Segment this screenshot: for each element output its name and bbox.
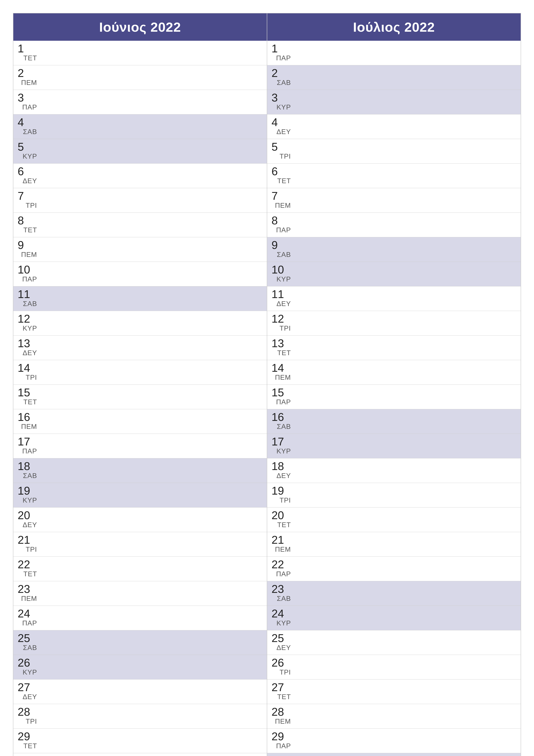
day-number: 14 bbox=[18, 362, 37, 373]
day-number: 27 bbox=[18, 682, 37, 693]
july-day-row-5: 5 ΤΡΙ bbox=[267, 139, 521, 164]
june-day-row-2: 2 ΠΕΜ bbox=[13, 65, 267, 90]
day-number: 5 bbox=[271, 141, 291, 152]
day-number: 15 bbox=[18, 387, 37, 398]
june-day-row-13: 13 ΔΕΥ bbox=[13, 336, 267, 360]
calendar-wrapper: Ιούνιος 2022 Ιούλιος 2022 1 ΤΕΤ 2 ΠΕΜ 3 … bbox=[13, 13, 521, 756]
day-name: ΠΑΡ bbox=[276, 742, 291, 751]
day-number: 15 bbox=[271, 387, 291, 398]
day-name: ΤΕΤ bbox=[23, 226, 37, 235]
june-header: Ιούνιος 2022 bbox=[13, 14, 267, 41]
day-name: ΠΕΜ bbox=[275, 202, 291, 210]
days-container: 1 ΤΕΤ 2 ΠΕΜ 3 ΠΑΡ 4 ΣΑΒ 5 ΚΥΡ 6 ΔΕΥ 7 ΤΡ… bbox=[13, 41, 521, 756]
day-name: ΤΕΤ bbox=[277, 177, 291, 186]
day-name: ΠΕΜ bbox=[21, 251, 37, 259]
day-name: ΣΑΒ bbox=[277, 422, 291, 431]
june-day-row-22: 22 ΤΕΤ bbox=[13, 557, 267, 581]
july-day-row-3: 3 ΚΥΡ bbox=[267, 90, 521, 115]
day-number: 21 bbox=[18, 534, 37, 546]
july-day-row-29: 29 ΠΑΡ bbox=[267, 729, 521, 753]
day-number: 22 bbox=[18, 559, 37, 570]
july-day-row-4: 4 ΔΕΥ bbox=[267, 115, 521, 139]
day-number: 12 bbox=[18, 313, 37, 324]
day-number: 20 bbox=[271, 510, 291, 521]
day-number: 25 bbox=[18, 633, 37, 644]
day-name: ΚΥΡ bbox=[276, 619, 291, 628]
june-days-column: 1 ΤΕΤ 2 ΠΕΜ 3 ΠΑΡ 4 ΣΑΒ 5 ΚΥΡ 6 ΔΕΥ 7 ΤΡ… bbox=[13, 41, 267, 756]
july-day-row-27: 27 ΤΕΤ bbox=[267, 680, 521, 704]
day-number: 20 bbox=[18, 510, 37, 521]
day-name: ΔΕΥ bbox=[23, 349, 37, 358]
day-number: 5 bbox=[18, 141, 37, 152]
june-day-row-8: 8 ΤΕΤ bbox=[13, 213, 267, 237]
day-name: ΠΕΜ bbox=[21, 79, 37, 88]
day-name: ΚΥΡ bbox=[23, 496, 37, 505]
day-number: 3 bbox=[271, 92, 291, 103]
day-number: 24 bbox=[18, 608, 37, 619]
day-name: ΠΑΡ bbox=[22, 275, 37, 284]
day-number: 26 bbox=[271, 657, 291, 668]
day-name: ΠΑΡ bbox=[22, 103, 37, 112]
day-name: ΠΕΜ bbox=[21, 422, 37, 431]
june-day-row-9: 9 ΠΕΜ bbox=[13, 237, 267, 262]
july-day-row-17: 17 ΚΥΡ bbox=[267, 434, 521, 458]
day-number: 29 bbox=[271, 731, 291, 742]
july-day-row-30: 30 ΣΑΒ bbox=[267, 753, 521, 756]
july-day-row-6: 6 ΤΕΤ bbox=[267, 164, 521, 188]
day-name: ΣΑΒ bbox=[23, 128, 37, 137]
july-day-row-25: 25 ΔΕΥ bbox=[267, 630, 521, 655]
day-name: ΤΕΤ bbox=[23, 742, 37, 751]
day-name: ΔΕΥ bbox=[23, 177, 37, 186]
day-number: 19 bbox=[271, 485, 291, 496]
day-name: ΠΑΡ bbox=[22, 619, 37, 628]
july-day-row-14: 14 ΠΕΜ bbox=[267, 360, 521, 385]
day-name: ΚΥΡ bbox=[23, 152, 37, 161]
july-day-row-16: 16 ΣΑΒ bbox=[267, 409, 521, 434]
day-number: 25 bbox=[271, 633, 291, 644]
day-number: 24 bbox=[271, 608, 291, 619]
day-number: 26 bbox=[18, 657, 37, 668]
day-number: 16 bbox=[271, 411, 291, 422]
day-number: 17 bbox=[18, 436, 37, 447]
day-name: ΤΕΤ bbox=[23, 570, 37, 579]
day-number: 14 bbox=[271, 362, 291, 373]
day-name: ΠΑΡ bbox=[276, 570, 291, 579]
day-number: 6 bbox=[271, 166, 291, 177]
day-name: ΔΕΥ bbox=[276, 644, 291, 653]
june-day-row-6: 6 ΔΕΥ bbox=[13, 164, 267, 188]
day-number: 7 bbox=[18, 190, 37, 202]
july-day-row-28: 28 ΠΕΜ bbox=[267, 704, 521, 729]
day-name: ΤΡΙ bbox=[279, 668, 291, 677]
day-name: ΣΑΒ bbox=[23, 472, 37, 481]
day-number: 13 bbox=[271, 338, 291, 349]
july-day-row-22: 22 ΠΑΡ bbox=[267, 557, 521, 581]
july-day-row-19: 19 ΤΡΙ bbox=[267, 483, 521, 507]
july-day-row-12: 12 ΤΡΙ bbox=[267, 311, 521, 336]
july-day-row-10: 10 ΚΥΡ bbox=[267, 262, 521, 286]
day-name: ΔΕΥ bbox=[23, 693, 37, 702]
day-name: ΤΕΤ bbox=[277, 521, 291, 530]
day-name: ΣΑΒ bbox=[23, 300, 37, 309]
day-name: ΔΕΥ bbox=[276, 472, 291, 481]
day-name: ΤΕΤ bbox=[277, 693, 291, 702]
day-name: ΤΡΙ bbox=[26, 202, 37, 210]
day-number: 8 bbox=[271, 215, 291, 226]
day-name: ΣΑΒ bbox=[277, 251, 291, 259]
june-day-row-25: 25 ΣΑΒ bbox=[13, 630, 267, 655]
day-number: 11 bbox=[18, 288, 37, 300]
july-day-row-15: 15 ΠΑΡ bbox=[267, 385, 521, 409]
july-day-row-11: 11 ΔΕΥ bbox=[267, 286, 521, 311]
june-day-row-5: 5 ΚΥΡ bbox=[13, 139, 267, 164]
day-number: 6 bbox=[18, 166, 37, 177]
day-number: 10 bbox=[18, 264, 37, 275]
day-number: 1 bbox=[271, 43, 291, 54]
day-number: 12 bbox=[271, 313, 291, 324]
july-header: Ιούλιος 2022 bbox=[267, 14, 521, 41]
june-day-row-28: 28 ΤΡΙ bbox=[13, 704, 267, 729]
day-name: ΣΑΒ bbox=[277, 79, 291, 88]
june-day-row-30: 30 ΠΕΜ bbox=[13, 753, 267, 756]
june-day-row-23: 23 ΠΕΜ bbox=[13, 581, 267, 606]
day-number: 3 bbox=[18, 92, 37, 103]
day-name: ΠΑΡ bbox=[276, 398, 291, 407]
day-name: ΚΥΡ bbox=[23, 324, 37, 333]
